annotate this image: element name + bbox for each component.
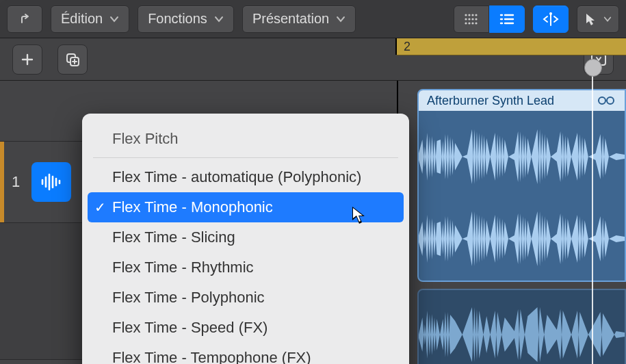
chevron-down-icon	[336, 14, 345, 24]
svg-point-1	[468, 14, 470, 16]
pointer-tool-button[interactable]	[577, 5, 619, 33]
svg-point-19	[549, 12, 552, 15]
track-number: 1	[0, 173, 31, 191]
track-type-icon[interactable]	[31, 162, 71, 202]
svg-point-5	[468, 18, 470, 20]
presentation-menu-button[interactable]: Présentation	[242, 5, 356, 33]
flex-menu-item[interactable]: Flex Time - Polyphonic	[82, 283, 409, 313]
chevron-down-icon	[109, 14, 119, 24]
flex-menu-item[interactable]: Flex Time - Rhythmic	[82, 252, 409, 283]
svg-point-11	[475, 22, 477, 24]
flex-menu-item[interactable]: Flex Time - Speed (FX)	[82, 313, 409, 343]
waveform-channel-1	[419, 119, 625, 194]
flex-menu-item[interactable]: Flex Time - automatique (Polyphonic)	[82, 162, 409, 192]
grid-icon	[464, 13, 479, 25]
menu-divider	[93, 157, 398, 158]
flex-mode-menu: Flex Pitch Flex Time - automatique (Poly…	[82, 114, 409, 364]
menu-item-label: Flex Time - Speed (FX)	[112, 319, 268, 337]
view-mode-segmented	[454, 5, 525, 33]
menu-item-label: Flex Time - Tempophone (FX)	[112, 349, 311, 364]
chevron-down-icon	[214, 14, 224, 24]
menu-item-label: Flex Time - Monophonic	[112, 198, 273, 216]
menu-item-label: Flex Time - Polyphonic	[112, 289, 265, 307]
menu-item-label: Flex Time - Rhythmic	[112, 259, 254, 276]
region-title-bar: Afterburner Synth Lead	[419, 90, 625, 111]
pointer-icon	[584, 12, 597, 26]
svg-point-0	[465, 14, 467, 16]
menu-item-label: Flex Time - automatique (Polyphonic)	[112, 168, 361, 186]
audio-wave-icon	[40, 172, 63, 192]
main-toolbar: Édition Fonctions Présentation	[0, 0, 626, 38]
svg-point-33	[599, 97, 605, 104]
loop-icon	[597, 95, 616, 106]
add-track-button[interactable]	[12, 44, 42, 75]
waveform-channel-1	[419, 297, 625, 364]
chevron-down-icon	[603, 15, 612, 23]
svg-point-4	[465, 18, 467, 20]
edit-menu-button[interactable]: Édition	[51, 5, 129, 33]
duplicate-track-button[interactable]	[57, 44, 88, 75]
flex-menu-item[interactable]: Flex Time - Tempophone (FX)	[82, 343, 409, 364]
flex-menu-header[interactable]: Flex Pitch	[82, 123, 409, 157]
functions-menu-button[interactable]: Fonctions	[138, 5, 234, 33]
flex-button[interactable]	[533, 5, 569, 33]
svg-point-2	[471, 14, 473, 16]
svg-point-3	[475, 14, 477, 16]
menu-item-label: Flex Time - Slicing	[112, 229, 235, 246]
timeline-ruler[interactable]: 2	[397, 38, 626, 55]
check-icon: ✓	[94, 199, 106, 216]
functions-menu-label: Fonctions	[148, 11, 207, 27]
svg-point-6	[471, 18, 473, 20]
playhead[interactable]	[592, 68, 593, 364]
presentation-menu-label: Présentation	[252, 11, 329, 27]
back-up-button[interactable]	[7, 5, 42, 33]
grid-view-button[interactable]	[454, 5, 489, 33]
flex-icon	[542, 12, 560, 27]
back-up-icon	[18, 12, 31, 26]
audio-region[interactable]: Afterburner Synth Lead	[417, 89, 626, 282]
audio-region-2[interactable]	[417, 289, 626, 364]
ruler-marker: 2	[404, 40, 410, 54]
svg-point-8	[465, 22, 467, 24]
svg-point-34	[607, 97, 614, 104]
waveform-channel-2	[419, 201, 625, 276]
svg-point-7	[475, 18, 477, 20]
plus-icon	[20, 52, 35, 67]
flex-menu-item[interactable]: Flex Time - Slicing	[82, 222, 409, 252]
list-icon	[499, 13, 515, 25]
edit-menu-label: Édition	[61, 11, 103, 27]
list-view-button[interactable]	[489, 5, 525, 33]
duplicate-icon	[64, 51, 81, 68]
svg-point-9	[468, 22, 470, 24]
region-name: Afterburner Synth Lead	[427, 94, 554, 108]
svg-point-10	[471, 22, 473, 24]
flex-menu-item[interactable]: ✓ Flex Time - Monophonic	[88, 192, 404, 222]
